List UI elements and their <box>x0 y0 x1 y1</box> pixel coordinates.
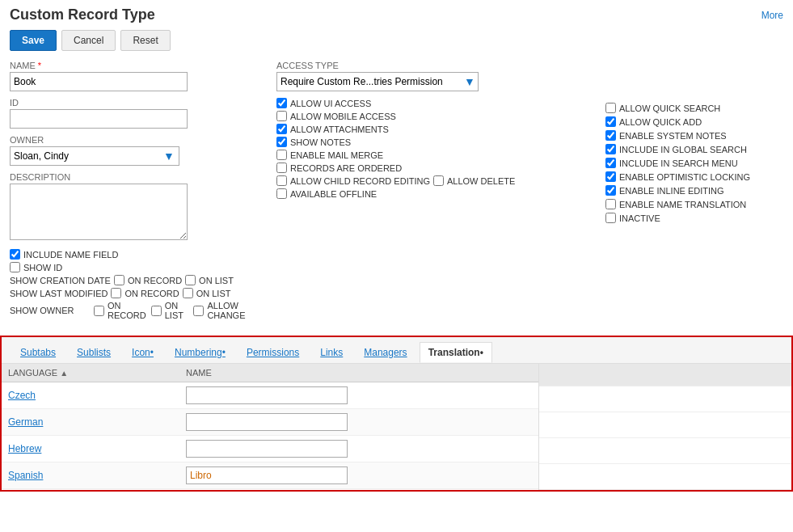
toolbar: Save Cancel Reset <box>0 27 793 57</box>
on-record-1-label: ON RECORD <box>128 276 182 285</box>
allow-quick-search-checkbox[interactable] <box>605 103 616 113</box>
access-type-select-wrap: Require Custom Re...tries Permission ▼ <box>276 72 597 91</box>
allow-attachments-label: ALLOW ATTACHMENTS <box>290 125 389 134</box>
allow-delete-label: ALLOW DELETE <box>447 176 515 186</box>
tab-sublists[interactable]: Sublists <box>68 342 120 363</box>
on-list-2-label: ON LIST <box>196 289 231 298</box>
show-last-modified-label: SHOW LAST MODIFIED <box>10 289 108 298</box>
owner-select-wrap: Sloan, Cindy ▼ <box>10 146 260 166</box>
tab-right-pane <box>539 364 791 490</box>
allow-attachments-checkbox[interactable] <box>276 124 287 134</box>
name-input-hebrew[interactable] <box>186 440 348 458</box>
allow-quick-add-checkbox[interactable] <box>605 116 616 127</box>
allow-ui-access-checkbox[interactable] <box>276 98 287 108</box>
allow-change-checkbox[interactable] <box>193 306 204 316</box>
enable-optimistic-locking-row: ENABLE OPTIMISTIC LOCKING <box>605 171 783 182</box>
enable-optimistic-locking-checkbox[interactable] <box>605 171 616 182</box>
tab-icon[interactable]: Icon• <box>123 342 162 363</box>
allow-quick-add-row: ALLOW QUICK ADD <box>605 116 783 127</box>
on-list-1-label: ON LIST <box>199 276 234 285</box>
show-owner-row: SHOW OWNER ON RECORD ON LIST ALLOW CHANG… <box>10 301 260 320</box>
table-row: Hebrew <box>2 436 538 462</box>
allow-mobile-access-row: ALLOW MOBILE ACCESS <box>276 111 597 121</box>
include-in-global-search-checkbox[interactable] <box>605 144 616 154</box>
tabs-section: Subtabs Sublists Icon• Numbering• Permis… <box>0 336 793 492</box>
records-are-ordered-checkbox[interactable] <box>276 163 287 173</box>
allow-attachments-row: ALLOW ATTACHMENTS <box>276 124 597 134</box>
enable-system-notes-checkbox[interactable] <box>605 130 616 141</box>
show-notes-label: SHOW NOTES <box>290 137 351 147</box>
show-creation-on-list-checkbox[interactable] <box>185 275 196 285</box>
tab-subtabs[interactable]: Subtabs <box>11 342 65 363</box>
available-offline-label: AVAILABLE OFFLINE <box>290 189 377 199</box>
owner-select[interactable]: Sloan, Cindy <box>10 146 179 166</box>
available-offline-checkbox[interactable] <box>276 188 287 199</box>
name-field-group: NAME * <box>10 61 260 91</box>
right-data-row-4 <box>539 464 791 490</box>
show-owner-on-list-checkbox[interactable] <box>151 306 162 316</box>
translation-table: LANGUAGE ▲ NAME CzechGermanHebrewSpanish <box>2 364 538 489</box>
table-row: German <box>2 409 538 436</box>
show-id-row: SHOW ID <box>10 262 260 272</box>
allow-quick-search-row: ALLOW QUICK SEARCH <box>605 103 783 113</box>
more-link[interactable]: More <box>761 10 783 21</box>
enable-inline-editing-checkbox[interactable] <box>605 185 616 196</box>
access-type-select[interactable]: Require Custom Re...tries Permission <box>276 72 479 91</box>
name-col-header: NAME <box>179 364 538 382</box>
name-input-czech[interactable] <box>186 386 348 404</box>
show-owner-on-record-checkbox[interactable] <box>94 306 104 316</box>
access-type-label: ACCESS TYPE <box>276 61 597 70</box>
records-are-ordered-row: RECORDS ARE ORDERED <box>276 163 597 173</box>
show-creation-on-record-checkbox[interactable] <box>114 275 124 285</box>
enable-mail-merge-row: ENABLE MAIL MERGE <box>276 150 597 160</box>
show-id-checkbox[interactable] <box>10 262 20 272</box>
on-record-2-label: ON RECORD <box>124 289 179 298</box>
tab-permissions[interactable]: Permissions <box>238 342 308 363</box>
allow-quick-add-label: ALLOW QUICK ADD <box>619 117 702 127</box>
name-input[interactable] <box>10 72 188 91</box>
include-name-field-label: INCLUDE NAME FIELD <box>23 250 118 260</box>
language-cell: Hebrew <box>2 436 179 462</box>
language-cell: Czech <box>2 382 179 409</box>
enable-system-notes-label: ENABLE SYSTEM NOTES <box>619 131 727 141</box>
id-input[interactable] <box>10 109 188 129</box>
name-input-german[interactable] <box>186 413 348 431</box>
show-lastmod-on-list-checkbox[interactable] <box>183 288 193 298</box>
allow-child-record-label: ALLOW CHILD RECORD EDITING <box>290 176 430 186</box>
enable-mail-merge-checkbox[interactable] <box>276 150 287 160</box>
page-title: Custom Record Type <box>10 6 155 23</box>
description-textarea[interactable] <box>10 184 188 240</box>
on-list-3-label: ON LIST <box>165 301 191 320</box>
allow-child-record-checkbox[interactable] <box>276 175 287 186</box>
name-cell <box>179 382 538 409</box>
right-column: ALLOW QUICK SEARCH ALLOW QUICK ADD ENABL… <box>597 61 783 323</box>
allow-mobile-access-label: ALLOW MOBILE ACCESS <box>290 112 396 121</box>
language-col-header: LANGUAGE ▲ <box>2 364 179 382</box>
tab-translation[interactable]: Translation• <box>420 342 492 363</box>
include-in-search-menu-label: INCLUDE IN SEARCH MENU <box>619 158 738 168</box>
tab-links[interactable]: Links <box>311 342 352 363</box>
reset-button[interactable]: Reset <box>120 30 170 51</box>
right-header-row <box>539 364 791 386</box>
id-label: ID <box>10 98 260 108</box>
include-name-field-checkbox[interactable] <box>10 249 20 260</box>
include-in-search-menu-checkbox[interactable] <box>605 158 616 168</box>
save-button[interactable]: Save <box>10 30 57 51</box>
show-creation-date-row: SHOW CREATION DATE ON RECORD ON LIST <box>10 275 260 285</box>
tab-managers[interactable]: Managers <box>355 342 415 363</box>
cancel-button[interactable]: Cancel <box>61 30 116 51</box>
records-are-ordered-label: RECORDS ARE ORDERED <box>290 163 402 173</box>
inactive-checkbox[interactable] <box>605 213 616 223</box>
name-input-spanish[interactable] <box>186 467 348 484</box>
enable-name-translation-checkbox[interactable] <box>605 199 616 209</box>
tab-numbering[interactable]: Numbering• <box>166 342 234 363</box>
right-data-row-2 <box>539 412 791 438</box>
allow-delete-checkbox[interactable] <box>433 175 444 186</box>
left-column: NAME * ID OWNER Sloan, Cindy ▼ DESCRIPTI… <box>10 61 260 323</box>
allow-mobile-access-checkbox[interactable] <box>276 111 287 121</box>
show-lastmod-on-record-checkbox[interactable] <box>111 288 121 298</box>
inactive-row: INACTIVE <box>605 213 783 223</box>
show-notes-checkbox[interactable] <box>276 137 287 147</box>
allow-quick-search-label: ALLOW QUICK SEARCH <box>619 103 720 113</box>
include-name-field-row: INCLUDE NAME FIELD <box>10 249 260 260</box>
